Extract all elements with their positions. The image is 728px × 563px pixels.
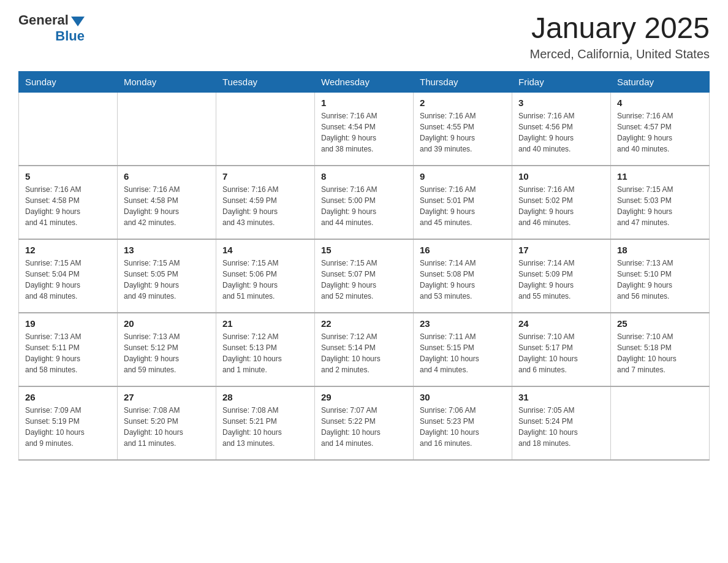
calendar-table: SundayMondayTuesdayWednesdayThursdayFrid… xyxy=(18,71,710,461)
logo-triangle-icon xyxy=(71,17,85,26)
calendar-cell: 8Sunrise: 7:16 AM Sunset: 5:00 PM Daylig… xyxy=(315,166,414,239)
day-info: Sunrise: 7:12 AM Sunset: 5:14 PM Dayligh… xyxy=(321,331,407,375)
day-number: 30 xyxy=(420,392,506,402)
calendar-cell: 24Sunrise: 7:10 AM Sunset: 5:17 PM Dayli… xyxy=(512,313,611,386)
day-info: Sunrise: 7:16 AM Sunset: 4:59 PM Dayligh… xyxy=(222,184,308,228)
calendar-cell xyxy=(118,92,216,166)
calendar-cell: 27Sunrise: 7:08 AM Sunset: 5:20 PM Dayli… xyxy=(118,386,216,460)
day-number: 16 xyxy=(420,245,506,255)
day-number: 3 xyxy=(518,98,604,108)
week-row-1: 1Sunrise: 7:16 AM Sunset: 4:54 PM Daylig… xyxy=(19,92,710,166)
day-number: 23 xyxy=(420,318,506,329)
day-info: Sunrise: 7:15 AM Sunset: 5:07 PM Dayligh… xyxy=(321,258,407,302)
day-number: 8 xyxy=(321,171,407,182)
day-info: Sunrise: 7:15 AM Sunset: 5:05 PM Dayligh… xyxy=(124,258,210,302)
day-number: 22 xyxy=(321,318,407,329)
day-info: Sunrise: 7:16 AM Sunset: 4:58 PM Dayligh… xyxy=(124,184,210,228)
day-info: Sunrise: 7:07 AM Sunset: 5:22 PM Dayligh… xyxy=(321,405,407,449)
day-number: 21 xyxy=(222,318,308,329)
day-info: Sunrise: 7:11 AM Sunset: 5:15 PM Dayligh… xyxy=(420,331,506,375)
day-number: 11 xyxy=(617,171,703,182)
calendar-cell: 14Sunrise: 7:15 AM Sunset: 5:06 PM Dayli… xyxy=(216,239,315,313)
calendar-cell: 9Sunrise: 7:16 AM Sunset: 5:01 PM Daylig… xyxy=(414,166,512,239)
week-row-4: 19Sunrise: 7:13 AM Sunset: 5:11 PM Dayli… xyxy=(19,313,710,386)
day-info: Sunrise: 7:15 AM Sunset: 5:03 PM Dayligh… xyxy=(617,184,703,228)
day-number: 19 xyxy=(25,318,111,329)
calendar-cell: 11Sunrise: 7:15 AM Sunset: 5:03 PM Dayli… xyxy=(611,166,710,239)
day-number: 14 xyxy=(222,245,308,255)
day-number: 5 xyxy=(25,171,111,182)
day-info: Sunrise: 7:05 AM Sunset: 5:24 PM Dayligh… xyxy=(518,405,604,449)
day-info: Sunrise: 7:16 AM Sunset: 5:02 PM Dayligh… xyxy=(518,184,604,228)
header-tuesday: Tuesday xyxy=(216,71,315,92)
calendar-header: SundayMondayTuesdayWednesdayThursdayFrid… xyxy=(19,71,710,92)
day-number: 25 xyxy=(617,318,703,329)
calendar-cell: 20Sunrise: 7:13 AM Sunset: 5:12 PM Dayli… xyxy=(118,313,216,386)
day-number: 2 xyxy=(420,98,506,108)
calendar-cell xyxy=(19,92,118,166)
day-number: 17 xyxy=(518,245,604,255)
calendar-cell: 17Sunrise: 7:14 AM Sunset: 5:09 PM Dayli… xyxy=(512,239,611,313)
calendar-body: 1Sunrise: 7:16 AM Sunset: 4:54 PM Daylig… xyxy=(19,92,710,460)
calendar-cell: 31Sunrise: 7:05 AM Sunset: 5:24 PM Dayli… xyxy=(512,386,611,460)
day-number: 7 xyxy=(222,171,308,182)
day-info: Sunrise: 7:15 AM Sunset: 5:04 PM Dayligh… xyxy=(25,258,111,302)
days-of-week-row: SundayMondayTuesdayWednesdayThursdayFrid… xyxy=(19,71,710,92)
day-info: Sunrise: 7:08 AM Sunset: 5:20 PM Dayligh… xyxy=(124,405,210,449)
week-row-3: 12Sunrise: 7:15 AM Sunset: 5:04 PM Dayli… xyxy=(19,239,710,313)
day-info: Sunrise: 7:10 AM Sunset: 5:18 PM Dayligh… xyxy=(617,331,703,375)
day-number: 27 xyxy=(124,392,210,402)
day-number: 12 xyxy=(25,245,111,255)
location-title: Merced, California, United States xyxy=(530,47,710,61)
day-number: 26 xyxy=(25,392,111,402)
header-saturday: Saturday xyxy=(611,71,710,92)
calendar-cell: 30Sunrise: 7:06 AM Sunset: 5:23 PM Dayli… xyxy=(414,386,512,460)
calendar-cell: 18Sunrise: 7:13 AM Sunset: 5:10 PM Dayli… xyxy=(611,239,710,313)
day-number: 29 xyxy=(321,392,407,402)
day-number: 31 xyxy=(518,392,604,402)
day-number: 24 xyxy=(518,318,604,329)
calendar-cell: 21Sunrise: 7:12 AM Sunset: 5:13 PM Dayli… xyxy=(216,313,315,386)
calendar-cell: 22Sunrise: 7:12 AM Sunset: 5:14 PM Dayli… xyxy=(315,313,414,386)
day-number: 10 xyxy=(518,171,604,182)
week-row-5: 26Sunrise: 7:09 AM Sunset: 5:19 PM Dayli… xyxy=(19,386,710,460)
calendar-cell xyxy=(611,386,710,460)
logo-blue-text: Blue xyxy=(55,28,85,44)
calendar-cell: 15Sunrise: 7:15 AM Sunset: 5:07 PM Dayli… xyxy=(315,239,414,313)
day-info: Sunrise: 7:14 AM Sunset: 5:08 PM Dayligh… xyxy=(420,258,506,302)
calendar-cell xyxy=(216,92,315,166)
day-info: Sunrise: 7:13 AM Sunset: 5:10 PM Dayligh… xyxy=(617,258,703,302)
day-info: Sunrise: 7:15 AM Sunset: 5:06 PM Dayligh… xyxy=(222,258,308,302)
day-info: Sunrise: 7:13 AM Sunset: 5:12 PM Dayligh… xyxy=(124,331,210,375)
day-info: Sunrise: 7:10 AM Sunset: 5:17 PM Dayligh… xyxy=(518,331,604,375)
day-info: Sunrise: 7:13 AM Sunset: 5:11 PM Dayligh… xyxy=(25,331,111,375)
header-friday: Friday xyxy=(512,71,611,92)
calendar-cell: 25Sunrise: 7:10 AM Sunset: 5:18 PM Dayli… xyxy=(611,313,710,386)
calendar-cell: 7Sunrise: 7:16 AM Sunset: 4:59 PM Daylig… xyxy=(216,166,315,239)
day-number: 15 xyxy=(321,245,407,255)
calendar-cell: 23Sunrise: 7:11 AM Sunset: 5:15 PM Dayli… xyxy=(414,313,512,386)
week-row-2: 5Sunrise: 7:16 AM Sunset: 4:58 PM Daylig… xyxy=(19,166,710,239)
calendar-cell: 13Sunrise: 7:15 AM Sunset: 5:05 PM Dayli… xyxy=(118,239,216,313)
day-number: 1 xyxy=(321,98,407,108)
calendar-cell: 1Sunrise: 7:16 AM Sunset: 4:54 PM Daylig… xyxy=(315,92,414,166)
day-info: Sunrise: 7:16 AM Sunset: 4:55 PM Dayligh… xyxy=(420,110,506,155)
day-number: 9 xyxy=(420,171,506,182)
calendar-cell: 19Sunrise: 7:13 AM Sunset: 5:11 PM Dayli… xyxy=(19,313,118,386)
day-number: 13 xyxy=(124,245,210,255)
day-info: Sunrise: 7:16 AM Sunset: 5:00 PM Dayligh… xyxy=(321,184,407,228)
calendar-cell: 5Sunrise: 7:16 AM Sunset: 4:58 PM Daylig… xyxy=(19,166,118,239)
day-number: 28 xyxy=(222,392,308,402)
day-info: Sunrise: 7:16 AM Sunset: 4:54 PM Dayligh… xyxy=(321,110,407,155)
page-header: General Blue January 2025 Merced, Califo… xyxy=(18,12,710,61)
day-info: Sunrise: 7:12 AM Sunset: 5:13 PM Dayligh… xyxy=(222,331,308,375)
day-info: Sunrise: 7:14 AM Sunset: 5:09 PM Dayligh… xyxy=(518,258,604,302)
logo: General Blue xyxy=(18,12,85,44)
day-info: Sunrise: 7:09 AM Sunset: 5:19 PM Dayligh… xyxy=(25,405,111,449)
day-info: Sunrise: 7:16 AM Sunset: 5:01 PM Dayligh… xyxy=(420,184,506,228)
month-title: January 2025 xyxy=(530,12,710,45)
calendar-cell: 28Sunrise: 7:08 AM Sunset: 5:21 PM Dayli… xyxy=(216,386,315,460)
day-info: Sunrise: 7:16 AM Sunset: 4:56 PM Dayligh… xyxy=(518,110,604,155)
day-info: Sunrise: 7:16 AM Sunset: 4:58 PM Dayligh… xyxy=(25,184,111,228)
day-number: 18 xyxy=(617,245,703,255)
